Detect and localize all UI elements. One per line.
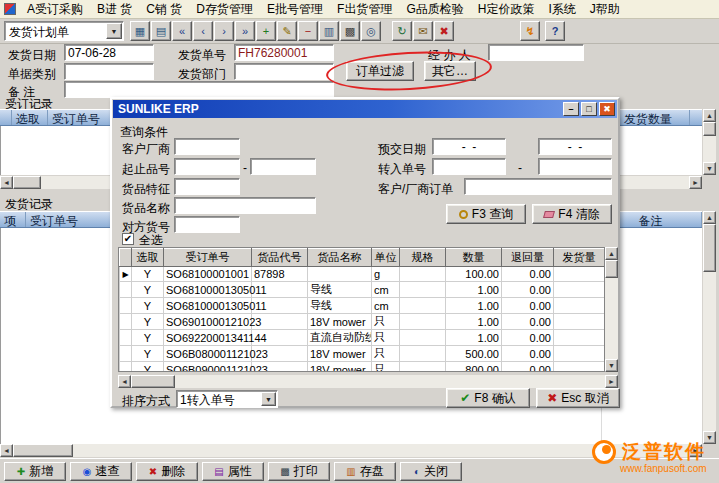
item-from-field[interactable]: [174, 158, 240, 175]
print-icon[interactable]: ▩: [340, 21, 360, 41]
grid-horizontal-scrollbar[interactable]: [118, 375, 618, 388]
combo-dropdown-icon[interactable]: ▼: [106, 23, 122, 39]
ship-col-item[interactable]: 项: [0, 212, 26, 227]
grid-col-order[interactable]: 受订单号: [164, 249, 252, 267]
grid-scroll-down-icon[interactable]: ▼: [605, 359, 618, 372]
minimize-icon[interactable]: –: [563, 102, 579, 116]
grid-hscroll-thumb[interactable]: [131, 375, 175, 388]
mail-icon[interactable]: ✉: [413, 21, 433, 41]
sort-mode-combo[interactable]: 1转入单号 ▼: [176, 390, 278, 408]
prod-name-field[interactable]: [174, 197, 316, 214]
f8-confirm-button[interactable]: ✔ F8 确认: [446, 388, 530, 408]
ship-docno-field[interactable]: [234, 44, 334, 61]
ship-hscroll-thumb[interactable]: [13, 444, 73, 457]
grid-row[interactable]: Y SO6901000121023 18V mower 只 1.00 0.00: [120, 314, 605, 330]
menu-item-batch[interactable]: E批号管理: [260, 0, 330, 18]
doc-category-field[interactable]: [64, 63, 154, 80]
delete-button[interactable]: ✖ 删除: [136, 462, 198, 481]
print-button[interactable]: ▩ 打印: [268, 462, 330, 481]
table-icon[interactable]: ▦: [130, 21, 150, 41]
grid-vscroll-thumb[interactable]: [605, 260, 618, 278]
quick-search-button[interactable]: ◉ 速查: [70, 462, 132, 481]
grid-col-code[interactable]: 货品代号: [252, 249, 308, 267]
grid-col-return[interactable]: 退回量: [502, 249, 554, 267]
delete-icon[interactable]: −: [298, 21, 318, 41]
grid-row[interactable]: ▶ Y SO68100001001 87898 g 100.00 0.00: [120, 267, 605, 282]
opp-item-field[interactable]: [174, 216, 240, 233]
grid-row[interactable]: Y SO6B080001121023 18V mower 只 500.00 0.…: [120, 346, 605, 362]
dialog-titlebar[interactable]: SUNLIKE ERP – □ ✖: [113, 100, 617, 118]
ship-dept-field[interactable]: [234, 63, 334, 80]
grid-col-qty[interactable]: 数量: [446, 249, 502, 267]
doc-type-combo[interactable]: 发货计划单 ▼: [4, 21, 124, 41]
ship-vscroll-thumb[interactable]: [703, 224, 716, 272]
ship-col-orderno[interactable]: 受订单号: [26, 212, 116, 227]
menu-item-sales[interactable]: C销 货: [139, 0, 189, 18]
grid-row[interactable]: Y SO68100001305011 导线 cm 1.00 0.00: [120, 298, 605, 314]
menu-item-shipping[interactable]: F出货管理: [330, 0, 399, 18]
predate-from-field[interactable]: [432, 138, 506, 155]
cell-select[interactable]: Y: [132, 298, 164, 314]
menu-item-receive-purchase[interactable]: A受订采购: [20, 0, 90, 18]
ship-scroll-up-icon[interactable]: ▲: [703, 211, 716, 224]
form-icon[interactable]: ▤: [151, 21, 171, 41]
preview-icon[interactable]: ◎: [361, 21, 381, 41]
order-scroll-left-icon[interactable]: ◄: [0, 176, 13, 189]
customer-field[interactable]: [174, 138, 240, 155]
menu-item-system[interactable]: I系统: [541, 0, 582, 18]
close-icon[interactable]: ✖: [434, 21, 454, 41]
grid-row[interactable]: Y SO6B090001121023 18V mower 只 800.00 0.…: [120, 362, 605, 373]
grid-scroll-up-icon[interactable]: ▲: [605, 247, 618, 260]
order-scroll-right-icon[interactable]: ►: [689, 176, 702, 189]
maximize-icon[interactable]: □: [581, 102, 597, 116]
menu-item-quality[interactable]: G品质检验: [399, 0, 470, 18]
dialog-close-icon[interactable]: ✖: [599, 102, 615, 116]
cell-select[interactable]: Y: [132, 314, 164, 330]
cell-select[interactable]: Y: [132, 362, 164, 373]
order-hscroll-thumb[interactable]: [13, 176, 41, 189]
grid-scroll-right-icon[interactable]: ►: [605, 375, 618, 388]
ship-scroll-left-icon[interactable]: ◄: [0, 444, 13, 457]
item-to-field[interactable]: [250, 158, 316, 175]
cell-select[interactable]: Y: [132, 282, 164, 298]
save-icon[interactable]: ▥: [319, 21, 339, 41]
order-scroll-up-icon[interactable]: ▲: [703, 109, 716, 122]
order-col-select[interactable]: 选取: [12, 110, 48, 125]
order-scroll-down-icon[interactable]: ▼: [703, 162, 716, 175]
save-button[interactable]: ▥ 存盘: [334, 462, 396, 481]
last-record-icon[interactable]: »: [235, 21, 255, 41]
esc-cancel-button[interactable]: ✖ Esc 取消: [536, 388, 620, 408]
ship-date-field[interactable]: [64, 44, 154, 61]
remark-field[interactable]: [64, 81, 334, 98]
sort-dropdown-icon[interactable]: ▼: [261, 392, 276, 406]
grid-row[interactable]: Y SO69220001341144 直流自动防线 只 1.00 0.00: [120, 330, 605, 346]
menu-item-incoming[interactable]: B进 货: [90, 0, 139, 18]
cust-order-field[interactable]: [464, 178, 612, 195]
new-button[interactable]: ✚ 新增: [4, 462, 66, 481]
close-button[interactable]: ◐ 关闭: [400, 462, 462, 481]
cell-select[interactable]: Y: [132, 267, 164, 282]
help-icon[interactable]: ?: [545, 21, 565, 41]
first-record-icon[interactable]: «: [172, 21, 192, 41]
transfer-to-field[interactable]: [538, 158, 612, 175]
grid-col-name[interactable]: 货品名称: [308, 249, 372, 267]
menu-item-pricing[interactable]: H定价政策: [471, 0, 542, 18]
properties-button[interactable]: ▤ 属性: [202, 462, 264, 481]
transfer-from-field[interactable]: [432, 158, 506, 175]
grid-scroll-left-icon[interactable]: ◄: [118, 375, 131, 388]
cell-select[interactable]: Y: [132, 346, 164, 362]
grid-col-unit[interactable]: 单位: [372, 249, 400, 267]
grid-col-select[interactable]: 选取: [132, 249, 164, 267]
menu-item-inventory[interactable]: D存货管理: [189, 0, 260, 18]
edit-icon[interactable]: ✎: [277, 21, 297, 41]
handler-field[interactable]: [488, 44, 584, 61]
cell-select[interactable]: Y: [132, 330, 164, 346]
menu-item-help[interactable]: J帮助: [583, 0, 627, 18]
f4-clear-button[interactable]: F4 清除: [532, 204, 612, 224]
order-col-shipqty[interactable]: 发货数量: [620, 110, 690, 125]
grid-col-shipqty[interactable]: 发货量: [554, 249, 605, 267]
add-icon[interactable]: +: [256, 21, 276, 41]
order-vscroll-thumb[interactable]: [703, 122, 716, 136]
grid-col-spec[interactable]: 规格: [400, 249, 446, 267]
next-record-icon[interactable]: ›: [214, 21, 234, 41]
